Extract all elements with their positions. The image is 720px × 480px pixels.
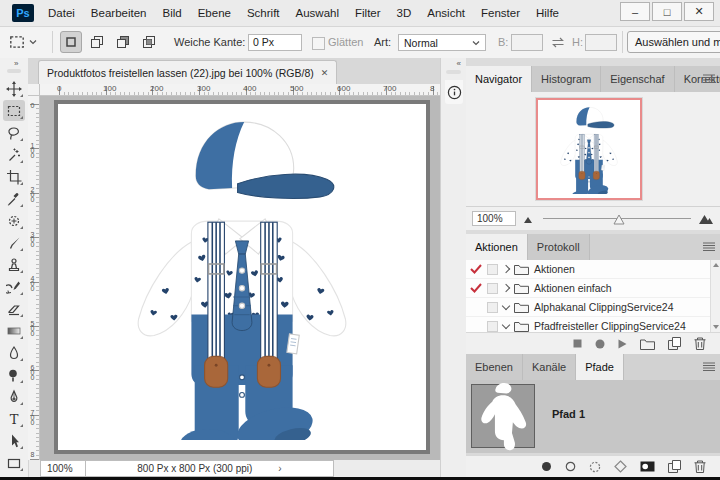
tab-ebenen[interactable]: Ebenen	[466, 354, 523, 380]
ruler-corner[interactable]	[28, 84, 40, 96]
scroll-up-icon[interactable]	[713, 263, 719, 267]
brush-tool[interactable]	[3, 232, 25, 253]
dialog-toggle-checkbox[interactable]	[487, 302, 498, 313]
canvas-area[interactable]	[40, 96, 440, 460]
tab-eigenschaften[interactable]: Eigenschaf	[601, 66, 674, 92]
feather-input[interactable]: 0 Px	[248, 34, 302, 51]
status-zoom-field[interactable]: 100%	[40, 460, 86, 477]
tab-pfade[interactable]: Pfade	[576, 354, 624, 380]
maximize-button[interactable]: □	[652, 2, 682, 21]
status-chevron-icon[interactable]: ›	[278, 463, 281, 474]
move-tool[interactable]	[3, 78, 25, 99]
menu-bearbeiten[interactable]: Bearbeiten	[83, 0, 155, 26]
new-action-icon[interactable]	[668, 337, 681, 350]
tool-preset[interactable]	[8, 33, 37, 51]
make-work-path-icon[interactable]	[614, 460, 627, 473]
height-input[interactable]	[585, 34, 617, 51]
zoom-in-icon[interactable]	[699, 213, 714, 224]
panel-menu-icon[interactable]	[703, 242, 715, 252]
add-mask-icon[interactable]	[640, 461, 655, 472]
tab-aktionen[interactable]: Aktionen	[466, 234, 528, 260]
close-button[interactable]: ✕	[684, 2, 714, 21]
new-path-icon[interactable]	[668, 460, 681, 473]
lasso-tool[interactable]	[3, 122, 25, 143]
menu-auswahl[interactable]: Auswahl	[288, 0, 347, 26]
vertical-ruler[interactable]: 0 100 200 300 400 500 600 700 8	[28, 96, 40, 460]
tab-protokoll[interactable]: Protokoll	[528, 234, 590, 260]
scroll-down-icon[interactable]	[713, 325, 719, 329]
toolbar-handle[interactable]	[7, 69, 21, 73]
horizontal-ruler[interactable]: 0 100 200 300 400 500 600 700 8	[40, 84, 440, 96]
record-icon[interactable]	[595, 339, 605, 349]
slider-thumb[interactable]	[613, 214, 625, 225]
dialog-toggle-checkbox[interactable]	[487, 283, 498, 294]
stop-icon[interactable]	[573, 339, 582, 348]
tab-close-icon[interactable]: ✕	[321, 68, 329, 78]
tab-navigator[interactable]: Navigator	[466, 66, 532, 92]
menu-ebene[interactable]: Ebene	[190, 0, 239, 26]
select-and-mask-button[interactable]: Auswählen und mask	[627, 31, 720, 53]
tab-kanaele[interactable]: Kanäle	[523, 354, 576, 380]
magic-wand-tool[interactable]	[3, 144, 25, 165]
trash-icon[interactable]	[694, 460, 706, 473]
chevron-down-icon[interactable]	[502, 302, 510, 310]
fill-path-icon[interactable]	[541, 461, 552, 472]
menu-datei[interactable]: Datei	[40, 0, 83, 26]
action-row[interactable]: Aktionen	[466, 260, 720, 279]
navigator-zoom-field[interactable]: 100%	[472, 211, 516, 226]
document-tab[interactable]: Produktfotos freistellen lassen (22).jpg…	[38, 60, 337, 84]
dialog-toggle-checkbox[interactable]	[487, 321, 498, 332]
navigator-zoom-slider[interactable]	[543, 212, 691, 226]
chevron-right-icon[interactable]	[502, 265, 510, 273]
strip-handle[interactable]	[446, 70, 461, 74]
clone-stamp-tool[interactable]	[3, 254, 25, 275]
type-tool[interactable]: T	[3, 408, 25, 429]
pen-tool[interactable]	[3, 386, 25, 407]
rectangular-marquee-tool[interactable]	[3, 100, 25, 121]
swap-dimensions-icon[interactable]	[551, 36, 565, 49]
menu-schrift[interactable]: Schrift	[239, 0, 288, 26]
menu-filter[interactable]: Filter	[347, 0, 389, 26]
actions-scrollbar[interactable]	[710, 260, 720, 332]
dialog-toggle-checkbox[interactable]	[487, 264, 498, 275]
intersect-selection-mode-button[interactable]	[138, 31, 160, 53]
dodge-tool[interactable]	[3, 364, 25, 385]
add-selection-mode-button[interactable]	[86, 31, 108, 53]
menu-fenster[interactable]: Fenster	[473, 0, 528, 26]
tab-histogram[interactable]: Histogram	[532, 66, 601, 92]
crop-tool[interactable]	[3, 166, 25, 187]
path-thumbnail[interactable]	[471, 384, 535, 448]
eyedropper-tool[interactable]	[3, 188, 25, 209]
dock-collapse-button[interactable]: «	[457, 59, 461, 68]
navigator-proxy-view[interactable]	[536, 98, 642, 200]
chevron-down-icon[interactable]	[502, 321, 510, 329]
info-panel-button[interactable]	[445, 80, 463, 104]
menu-ansicht[interactable]: Ansicht	[419, 0, 473, 26]
history-brush-tool[interactable]	[3, 276, 25, 297]
path-selection-tool[interactable]	[3, 430, 25, 451]
include-check[interactable]	[470, 264, 482, 274]
panel-menu-icon[interactable]	[703, 362, 715, 372]
trash-icon[interactable]	[694, 337, 706, 350]
panel-menu-icon[interactable]	[703, 74, 715, 84]
toolbar-collapse-button[interactable]: »	[14, 59, 18, 68]
style-select[interactable]: Normal	[398, 34, 486, 51]
minimize-button[interactable]: –	[620, 2, 650, 21]
menu-bild[interactable]: Bild	[154, 0, 189, 26]
new-selection-mode-button[interactable]	[60, 31, 82, 53]
subtract-selection-mode-button[interactable]	[112, 31, 134, 53]
include-check[interactable]	[470, 283, 482, 293]
chevron-right-icon[interactable]	[502, 284, 510, 292]
action-row[interactable]: Aktionen einfach	[466, 279, 720, 298]
zoom-out-icon[interactable]	[524, 215, 535, 223]
path-name-label[interactable]: Pfad 1	[552, 408, 585, 420]
width-input[interactable]	[511, 34, 543, 51]
gradient-tool[interactable]	[3, 320, 25, 341]
spot-healing-brush-tool[interactable]	[3, 210, 25, 231]
path-item-row[interactable]: Pfad 1	[466, 380, 720, 453]
blur-tool[interactable]	[3, 342, 25, 363]
menu-hilfe[interactable]: Hilfe	[528, 0, 567, 26]
document-image[interactable]	[54, 100, 430, 454]
stroke-path-icon[interactable]	[565, 461, 576, 472]
menu-3d[interactable]: 3D	[389, 0, 420, 26]
